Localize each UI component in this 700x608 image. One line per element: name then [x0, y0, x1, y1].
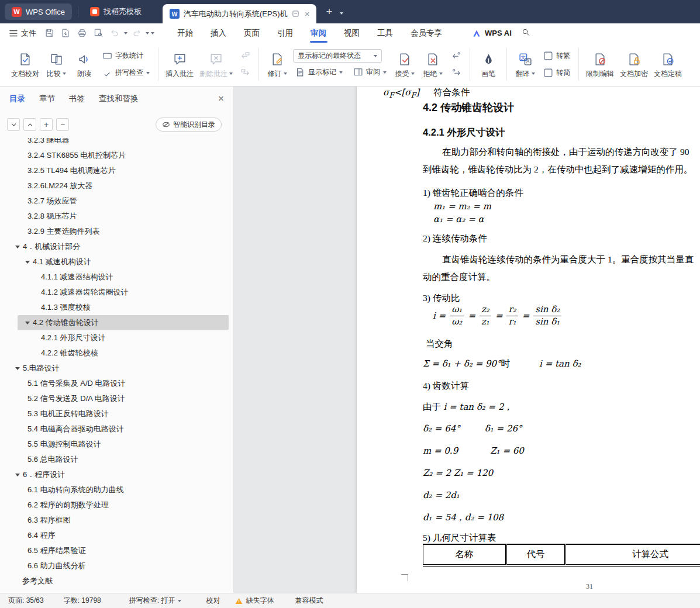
word-count-button[interactable]: 123 字数统计: [100, 49, 152, 63]
tab-reference[interactable]: 引用: [268, 23, 302, 43]
zoom-out-outline-button[interactable]: −: [56, 118, 69, 131]
zoom-in-outline-button[interactable]: +: [40, 118, 53, 131]
toc-item[interactable]: 3.2.9 主要选购件列表: [0, 224, 233, 239]
status-compat-mode[interactable]: 兼容模式: [295, 596, 323, 606]
ink-pen-button[interactable]: 画笔: [474, 46, 502, 83]
toc-item-selected[interactable]: 4.2 传动锥齿轮设计: [18, 315, 229, 330]
finalize-document-button[interactable]: 文档定稿: [651, 46, 685, 83]
status-word-count[interactable]: 字数: 19798: [64, 596, 101, 606]
print-preview-button[interactable]: [91, 26, 106, 40]
toc-item[interactable]: 3.2.6LM224 放大器: [0, 178, 233, 194]
proofread-button[interactable]: 文档校对: [8, 46, 42, 83]
delete-comment-button[interactable]: 删除批注: [196, 46, 236, 83]
smart-toc-button[interactable]: 智能识别目录: [156, 118, 222, 132]
to-simplified-button[interactable]: 繁 转简: [541, 65, 573, 80]
toc-item[interactable]: 3.2.7 场效应管: [0, 194, 233, 209]
review-pane-button[interactable]: 审阅: [351, 65, 389, 80]
export-pdf-button[interactable]: [58, 26, 73, 40]
toc-collapse-icon[interactable]: [15, 474, 20, 476]
toc-item[interactable]: 4.1.2 减速器齿轮齿圈设计: [0, 285, 233, 300]
toc-item[interactable]: 5.电路设计: [0, 361, 233, 376]
next-comment-button[interactable]: [237, 65, 253, 80]
toc-item[interactable]: 3.2.4 STK6855 电机控制芯片: [0, 148, 233, 163]
markup-state-dropdown[interactable]: 显示标记的最终状态: [293, 49, 382, 63]
wps-home-tab[interactable]: W WPS Office: [5, 4, 72, 20]
toc-item[interactable]: 3.2.8 稳压芯片: [0, 209, 233, 224]
status-spell-check[interactable]: 拼写检查: 打开: [129, 596, 182, 606]
toc-item[interactable]: 6.4 程序: [0, 528, 233, 543]
toc-item[interactable]: 6.2 程序的前期数学处理: [0, 498, 233, 513]
search-icon[interactable]: [521, 27, 530, 39]
toc-item[interactable]: 6.1 电动转向系统的助力曲线: [0, 482, 233, 498]
prev-change-button[interactable]: [449, 49, 464, 63]
sidebar-tab-bookmarks[interactable]: 书签: [69, 94, 85, 104]
toc-item[interactable]: 6．程序设计: [0, 467, 233, 482]
show-markup-button[interactable]: 显示标记: [293, 65, 345, 80]
toc-item[interactable]: 5.5 电源控制电路设计: [0, 437, 233, 452]
undo-caret-icon[interactable]: [124, 32, 127, 34]
to-traditional-button[interactable]: 简 转繁: [541, 49, 573, 63]
toc-item[interactable]: 6.6 助力曲线分析: [0, 558, 233, 574]
toc-item[interactable]: 5.3 电机正反转电路设计: [0, 406, 233, 422]
toc-item[interactable]: 5.4 电磁离合器驱动电路设计: [0, 422, 233, 437]
tab-insert[interactable]: 插入: [202, 23, 235, 43]
toc-item[interactable]: 6.3 程序框图: [0, 513, 233, 528]
toc-item[interactable]: 3.2.3 继电器: [0, 138, 233, 148]
toc-item[interactable]: 4.1.1 减速器结构设计: [0, 270, 233, 285]
accept-revision-button[interactable]: 接受: [391, 46, 419, 83]
toc-item[interactable]: 参考文献: [0, 574, 233, 589]
toc-item[interactable]: 4．机械设计部分: [0, 239, 233, 254]
tab-view[interactable]: 视图: [335, 23, 368, 43]
quickbar-more-caret-icon[interactable]: [151, 32, 154, 34]
status-missing-font[interactable]: 缺失字体: [235, 596, 274, 606]
tab-close-icon[interactable]: ×: [305, 9, 310, 19]
toc-item[interactable]: 5.6 总电路设计: [0, 452, 233, 467]
toc-item[interactable]: 4.2.2 锥齿轮校核: [0, 346, 233, 361]
prev-comment-button[interactable]: [237, 49, 253, 63]
sidebar-tab-chapters[interactable]: 章节: [39, 94, 55, 104]
new-tab-button[interactable]: +: [326, 5, 332, 18]
tab-membership[interactable]: 会员专享: [402, 23, 451, 43]
next-change-button[interactable]: [449, 65, 464, 80]
status-proofread[interactable]: 校对: [206, 596, 220, 606]
redo-button[interactable]: [129, 26, 144, 40]
toc-collapse-icon[interactable]: [15, 367, 20, 370]
template-tab[interactable]: 找稻壳模板: [84, 4, 147, 20]
redo-caret-icon[interactable]: [146, 32, 149, 34]
toc-item[interactable]: 5.1 信号采集及 A/D 电路设计: [0, 376, 233, 391]
toc-item[interactable]: 3.2.5 TL494 电机调速芯片: [0, 163, 233, 178]
encrypt-document-button[interactable]: 文档加密: [617, 46, 651, 83]
translate-button[interactable]: 文A 翻译: [511, 46, 539, 83]
toc-collapse-icon[interactable]: [25, 261, 30, 264]
expand-all-button[interactable]: [23, 118, 36, 131]
file-menu-button[interactable]: 文件: [9, 28, 36, 39]
toc-item[interactable]: 4.2.1 外形尺寸设计: [0, 330, 233, 346]
read-aloud-button[interactable]: 朗读: [70, 46, 98, 83]
restrict-editing-button[interactable]: 限制编辑: [583, 46, 617, 83]
toc-item[interactable]: 5.2 信号发送及 D/A 电路设计: [0, 391, 233, 406]
undo-button[interactable]: [108, 26, 122, 40]
toc-collapse-icon[interactable]: [15, 246, 20, 248]
toc-item[interactable]: 4.1.3 强度校核: [0, 300, 233, 315]
document-tab[interactable]: W 汽车电动助力转向系统(EPS)机 ×: [163, 4, 316, 23]
save-button[interactable]: [42, 26, 57, 40]
reject-revision-button[interactable]: 拒绝: [419, 46, 447, 83]
toc-item[interactable]: 6.5 程序结果验证: [0, 543, 233, 558]
collapse-all-button[interactable]: [7, 118, 20, 131]
toc-item[interactable]: 4.1 减速机构设计: [0, 254, 233, 270]
toc-collapse-icon[interactable]: [25, 322, 30, 324]
tab-list-caret-icon[interactable]: [340, 6, 343, 17]
status-page-indicator[interactable]: 页面: 35/63: [8, 596, 44, 606]
tab-review[interactable]: 审阅: [302, 23, 335, 43]
track-changes-button[interactable]: 修订: [263, 46, 291, 83]
document-page[interactable]: σF<[σF]符合条件 H2 4.2 传动锥齿轮设计 4.2.1 外形尺寸设计 …: [357, 87, 700, 593]
print-button[interactable]: [75, 26, 89, 40]
sidebar-close-icon[interactable]: ×: [218, 93, 224, 105]
tab-tools[interactable]: 工具: [368, 23, 402, 43]
insert-comment-button[interactable]: 插入批注: [163, 46, 196, 83]
tab-home[interactable]: 开始: [168, 23, 202, 43]
compare-button[interactable]: 比较: [42, 46, 70, 83]
spell-check-button[interactable]: ABC 拼写检查: [100, 65, 152, 80]
sidebar-tab-contents[interactable]: 目录: [9, 94, 25, 104]
wps-ai-button[interactable]: WPS AI: [472, 29, 512, 38]
